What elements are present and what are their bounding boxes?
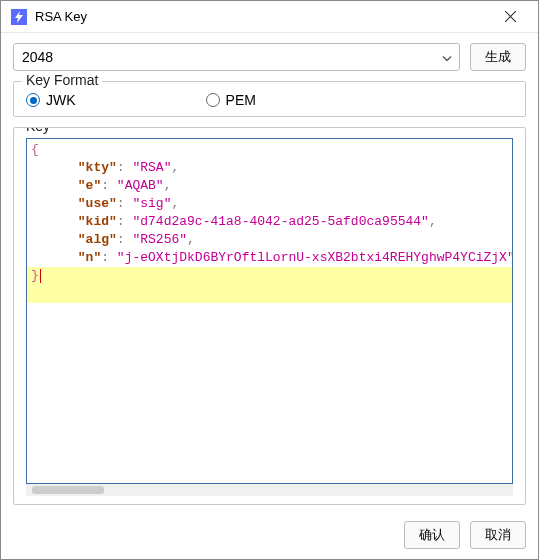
radio-jwk[interactable]: JWK xyxy=(26,92,76,108)
key-format-group: Key Format JWK PEM xyxy=(13,81,526,117)
horizontal-scrollbar[interactable] xyxy=(26,484,513,496)
rsa-key-dialog: RSA Key 2048 生成 Key Format xyxy=(0,0,539,560)
ok-button[interactable]: 确认 xyxy=(404,521,460,549)
lightning-icon xyxy=(11,9,27,25)
cancel-button[interactable]: 取消 xyxy=(470,521,526,549)
keysize-select[interactable]: 2048 xyxy=(13,43,460,71)
radio-dot-icon xyxy=(206,93,220,107)
key-group: Key { "kty": "RSA", "e": "AQAB", "use": … xyxy=(13,127,526,505)
close-button[interactable] xyxy=(490,2,530,32)
close-icon xyxy=(505,11,516,22)
scrollbar-thumb[interactable] xyxy=(32,486,104,494)
window-title: RSA Key xyxy=(35,9,87,24)
key-format-legend: Key Format xyxy=(22,72,102,88)
key-legend: Key xyxy=(22,127,54,134)
titlebar: RSA Key xyxy=(1,1,538,33)
radio-dot-icon xyxy=(26,93,40,107)
keysize-value: 2048 xyxy=(22,49,53,65)
key-editor[interactable]: { "kty": "RSA", "e": "AQAB", "use": "sig… xyxy=(26,138,513,484)
generate-button[interactable]: 生成 xyxy=(470,43,526,71)
radio-pem[interactable]: PEM xyxy=(206,92,256,108)
